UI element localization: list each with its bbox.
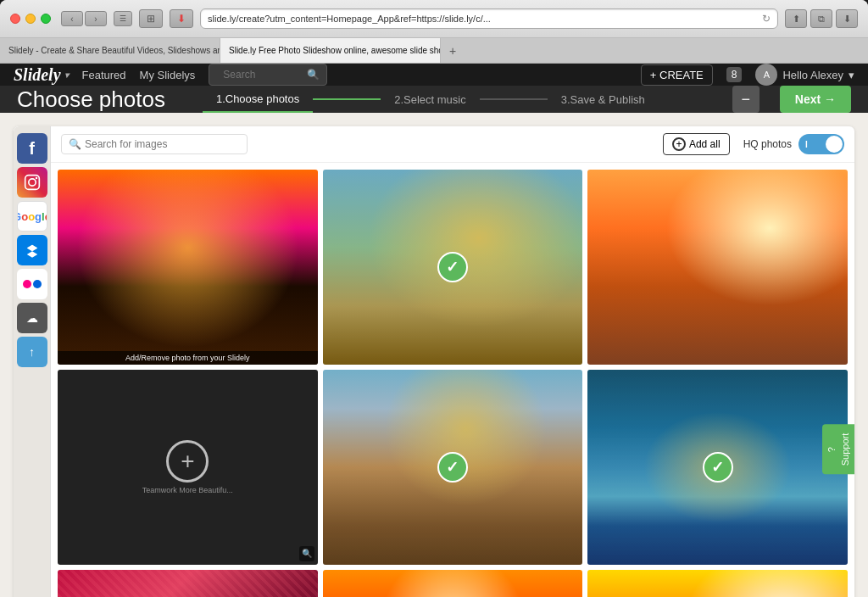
tab-1[interactable]: Slidely - Create & Share Beautiful Video… (0, 38, 220, 63)
source-facebook[interactable]: f (17, 133, 47, 164)
check-overlay-mountains: ✓ (323, 370, 583, 565)
browser-actions: ⬆ ⧉ ⬇ (785, 9, 858, 28)
svg-point-2 (35, 177, 37, 180)
tab-2[interactable]: Slide.ly Free Photo Slideshow online, aw… (220, 38, 441, 63)
step-3-label: Save & Publish (570, 93, 645, 106)
check-overlay-field: ✓ (323, 170, 583, 365)
photo-cell-sunrise-land[interactable] (587, 570, 848, 597)
logo-text: Slidely (14, 65, 61, 85)
photo-cell-sunset-sea[interactable] (323, 570, 583, 597)
step-3-number: 3. (561, 93, 570, 106)
user-dropdown-arrow: ▾ (849, 69, 854, 81)
browser-window: ‹ › ☰ ⊞ ⬇ ↻ ⬆ ⧉ ⬇ Slidely - Create & Sha… (0, 0, 868, 64)
pocket-button[interactable]: ⬇ (170, 9, 193, 28)
support-button[interactable]: ? Support (822, 424, 854, 474)
logo-dropdown-arrow: ▾ (64, 70, 69, 80)
nav-search-wrap: 🔍 (209, 64, 327, 86)
step-3[interactable]: 3. Save & Publish (548, 88, 659, 111)
nav-featured[interactable]: Featured (82, 69, 126, 81)
photo-cell-upload[interactable]: + Teamwork More Beautifu... 🔍 (58, 370, 318, 565)
create-button[interactable]: + CREATE (641, 64, 713, 86)
upload-search-icon[interactable]: 🔍 (299, 546, 314, 561)
page-title: Choose photos (17, 86, 165, 113)
maximize-button[interactable] (41, 14, 51, 24)
source-instagram[interactable] (17, 167, 47, 198)
source-sidebar: f Google ☁ ↑ (14, 126, 51, 597)
step-1-number: 1. (216, 92, 225, 105)
svg-point-1 (28, 179, 35, 186)
download-button[interactable]: ⬇ (836, 9, 858, 28)
nav-my-slidelys[interactable]: My Slidelys (140, 69, 196, 81)
user-area: A Hello Alexey ▾ (755, 64, 854, 86)
upload-plus-icon: + (166, 440, 209, 483)
traffic-lights (10, 14, 51, 24)
source-flickr[interactable] (17, 269, 47, 299)
step-1-label: Choose photos (225, 92, 299, 105)
layers-button[interactable]: ⊞ (139, 9, 163, 28)
svg-marker-4 (26, 245, 37, 252)
tab-bar: Slidely - Create & Share Beautiful Video… (0, 38, 868, 64)
source-icloud[interactable]: ☁ (17, 303, 47, 333)
photo-search-icon: 🔍 (69, 138, 81, 150)
logo[interactable]: Slidely ▾ (14, 65, 69, 85)
support-tab-container: ? Support (822, 424, 854, 474)
reader-button[interactable]: ☰ (114, 11, 132, 26)
photo-cell-reeds[interactable] (587, 170, 848, 365)
step-1[interactable]: 1. Choose photos (203, 87, 313, 112)
toggle-knob (826, 136, 843, 153)
source-google[interactable]: Google (17, 201, 47, 232)
upload-label: Teamwork More Beautifu... (139, 486, 236, 494)
photo-grid: Add/Remove photo from your Slidely ✓ + T… (51, 163, 854, 597)
photo-cell-abstract[interactable] (58, 570, 318, 597)
url-bar[interactable] (208, 14, 762, 24)
photo-cell-ocean[interactable]: ✓ (587, 370, 848, 565)
add-all-label: Add all (689, 138, 721, 150)
share-button[interactable]: ⬆ (785, 9, 807, 28)
support-label: Support (840, 432, 850, 466)
tab-1-label: Slidely - Create & Share Beautiful Video… (8, 46, 220, 55)
app-container: Slidely ▾ Featured My Slidelys 🔍 + CREAT… (0, 64, 868, 583)
source-upload[interactable]: ↑ (17, 337, 47, 367)
source-dropbox[interactable] (17, 235, 47, 265)
content-panel: f Google ☁ ↑ (14, 126, 854, 597)
page-header: Choose photos 1. Choose photos 2. Select… (0, 86, 868, 113)
step-connector-2 (480, 98, 548, 100)
minus-button[interactable]: − (732, 86, 760, 113)
check-icon-ocean: ✓ (703, 452, 733, 483)
photo-cell-field[interactable]: ✓ (323, 170, 583, 365)
step-2-number: 2. (394, 93, 403, 106)
top-nav: Slidely ▾ Featured My Slidelys 🔍 + CREAT… (0, 64, 868, 86)
photo-area: 🔍 + Add all HQ photos I (51, 126, 854, 597)
notification-badge[interactable]: 8 (726, 67, 743, 82)
photo-cell-sunset1[interactable]: Add/Remove photo from your Slidely (58, 170, 318, 365)
new-tab-button[interactable]: + (441, 38, 465, 63)
tab-2-label: Slide.ly Free Photo Slideshow online, aw… (229, 46, 441, 55)
photo-search-wrap: 🔍 (61, 134, 248, 154)
nav-search-input[interactable] (216, 64, 307, 86)
refresh-icon[interactable]: ↻ (762, 13, 771, 25)
back-button[interactable]: ‹ (61, 11, 83, 26)
check-overlay-ocean: ✓ (587, 370, 848, 565)
nav-search-icon: 🔍 (307, 69, 320, 81)
photo-search-input[interactable] (85, 138, 240, 150)
new-window-button[interactable]: ⧉ (810, 9, 832, 28)
photo-tooltip-sunset1: Add/Remove photo from your Slidely (58, 351, 318, 365)
add-all-icon: + (672, 137, 686, 151)
check-icon-mountains: ✓ (437, 452, 468, 483)
step-2[interactable]: 2. Select music (381, 88, 480, 111)
photo-toolbar: 🔍 + Add all HQ photos I (51, 126, 854, 163)
close-button[interactable] (10, 14, 20, 24)
photo-cell-mountains[interactable]: ✓ (323, 370, 583, 565)
forward-button[interactable]: › (85, 11, 107, 26)
toggle-on-text: I (805, 140, 808, 149)
add-all-button[interactable]: + Add all (663, 133, 730, 155)
titlebar: ‹ › ☰ ⊞ ⬇ ↻ ⬆ ⧉ ⬇ (0, 0, 868, 38)
check-icon-field: ✓ (437, 252, 468, 282)
main-content: f Google ☁ ↑ (0, 113, 868, 597)
hq-label: HQ photos (743, 138, 792, 150)
hq-toggle[interactable]: I (798, 134, 844, 154)
next-button[interactable]: Next → (780, 86, 851, 113)
step-connector-1 (313, 98, 381, 100)
support-icon: ? (826, 446, 837, 451)
minimize-button[interactable] (25, 14, 36, 24)
